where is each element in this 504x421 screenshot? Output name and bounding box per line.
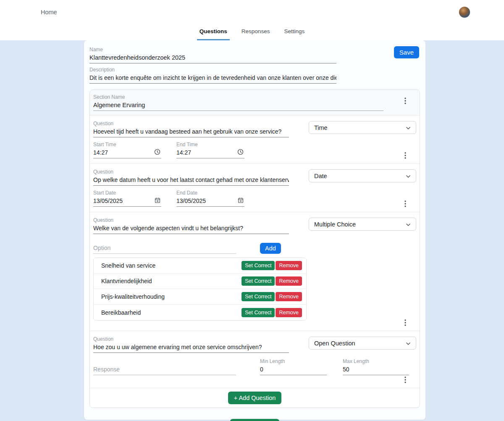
response-field [93, 365, 236, 375]
tab-settings[interactable]: Settings [281, 26, 307, 40]
tab-responses[interactable]: Responses [239, 26, 273, 40]
question-menu-kebab-icon[interactable] [402, 152, 409, 159]
section-footer: + Add Question [90, 388, 420, 408]
question-text-input[interactable] [93, 224, 289, 234]
end-date-input[interactable] [176, 196, 244, 207]
set-correct-button[interactable]: Set Correct [242, 308, 275, 317]
response-input[interactable] [93, 365, 236, 375]
min-length-label: Min Length [260, 358, 327, 365]
section-name-input[interactable] [93, 100, 383, 111]
question-menu-kebab-icon[interactable] [402, 376, 409, 384]
end-date-field: End Date [176, 189, 244, 207]
tab-bar: Questions Responses Settings [0, 26, 504, 40]
option-text: Klantvriendelijkheid [101, 278, 152, 284]
max-length-field: Max Length [343, 358, 409, 375]
start-time-label: Start Time [93, 141, 161, 148]
survey-description-block: Description [89, 66, 336, 84]
survey-name-label: Name [89, 46, 336, 53]
option-row: Prijs-kwaliteitverhouding Set Correct Re… [94, 289, 306, 305]
set-correct-button[interactable]: Set Correct [242, 276, 275, 286]
end-date-label: End Date [176, 189, 244, 196]
max-length-input[interactable] [343, 365, 409, 375]
question-block-open: Question Open Question Min Length Max Le [90, 331, 420, 388]
add-section-row: + Add Section [89, 419, 420, 421]
tab-questions[interactable]: Questions [197, 26, 230, 40]
end-time-input[interactable] [176, 148, 244, 158]
question-label: Question [93, 120, 289, 127]
section-header: Section Name [90, 90, 420, 116]
min-length-input[interactable] [260, 365, 327, 375]
question-label: Question [93, 168, 289, 175]
top-bar: Home Questions Responses Settings [0, 0, 504, 40]
calendar-icon[interactable] [155, 197, 160, 203]
start-date-field: Start Date [93, 189, 161, 207]
question-type-select[interactable]: Multiple Choice [309, 218, 416, 231]
question-block-time: Question Time Start Time End Time [90, 116, 420, 164]
chevron-down-icon [405, 222, 411, 228]
remove-option-button[interactable]: Remove [276, 292, 302, 301]
add-question-button[interactable]: + Add Question [228, 392, 282, 404]
question-menu-kebab-icon[interactable] [402, 319, 409, 326]
clock-icon[interactable] [237, 149, 244, 155]
start-date-input[interactable] [93, 196, 161, 207]
survey-description-label: Description [89, 66, 336, 73]
chevron-down-icon [405, 341, 411, 347]
start-time-field: Start Time [93, 141, 161, 158]
section-name-label: Section Name [93, 94, 416, 100]
survey-editor-card: Save Name Description Section Name Quest… [84, 40, 425, 420]
remove-option-button[interactable]: Remove [276, 276, 302, 286]
clock-icon[interactable] [154, 149, 160, 155]
option-row: Klantvriendelijkheid Set Correct Remove [94, 274, 306, 289]
remove-option-button[interactable]: Remove [276, 261, 302, 270]
options-list: Snelheid van service Set Correct Remove … [93, 258, 307, 321]
option-text: Snelheid van service [101, 262, 155, 269]
question-type-select[interactable]: Open Question [309, 337, 416, 350]
question-block-multiple-choice: Question Multiple Choice Add Snelheid va… [90, 212, 420, 331]
chevron-down-icon [405, 125, 411, 131]
option-row: Snelheid van service Set Correct Remove [94, 258, 306, 274]
question-type-value: Date [314, 173, 327, 179]
option-text: Prijs-kwaliteitverhouding [101, 293, 165, 300]
set-correct-button[interactable]: Set Correct [242, 292, 275, 301]
calendar-icon[interactable] [238, 197, 244, 203]
question-type-value: Multiple Choice [314, 221, 356, 228]
new-option-input[interactable] [93, 243, 236, 254]
survey-description-input[interactable] [89, 73, 336, 84]
add-section-button[interactable]: + Add Section [230, 419, 280, 421]
question-label: Question [93, 336, 289, 342]
save-button[interactable]: Save [394, 46, 419, 58]
option-text: Bereikbaarheid [101, 309, 141, 316]
max-length-label: Max Length [343, 358, 409, 365]
section-card: Section Name Question Time Start Tim [89, 89, 420, 408]
remove-option-button[interactable]: Remove [276, 308, 302, 317]
question-text-input[interactable] [93, 175, 289, 186]
survey-name-block: Name [89, 46, 336, 63]
chevron-down-icon [405, 174, 411, 179]
avatar[interactable] [459, 7, 470, 18]
question-text-input[interactable] [93, 342, 289, 353]
min-length-field: Min Length [260, 358, 327, 375]
option-row: Bereikbaarheid Set Correct Remove [94, 305, 306, 320]
add-option-button[interactable]: Add [260, 243, 281, 254]
question-label: Question [93, 217, 289, 224]
question-type-select[interactable]: Time [309, 121, 416, 134]
question-type-value: Open Question [314, 340, 355, 347]
start-date-label: Start Date [93, 189, 161, 196]
question-menu-kebab-icon[interactable] [402, 200, 409, 208]
end-time-label: End Time [176, 141, 244, 148]
end-time-field: End Time [176, 141, 244, 158]
question-text-input[interactable] [93, 127, 289, 137]
section-menu-kebab-icon[interactable] [402, 97, 409, 105]
question-block-date: Question Date Start Date End Date [90, 164, 420, 212]
set-correct-button[interactable]: Set Correct [242, 261, 275, 270]
question-type-value: Time [314, 124, 328, 131]
question-type-select[interactable]: Date [309, 169, 416, 182]
start-time-input[interactable] [93, 148, 161, 158]
home-link[interactable]: Home [41, 9, 57, 16]
survey-name-input[interactable] [89, 53, 336, 63]
